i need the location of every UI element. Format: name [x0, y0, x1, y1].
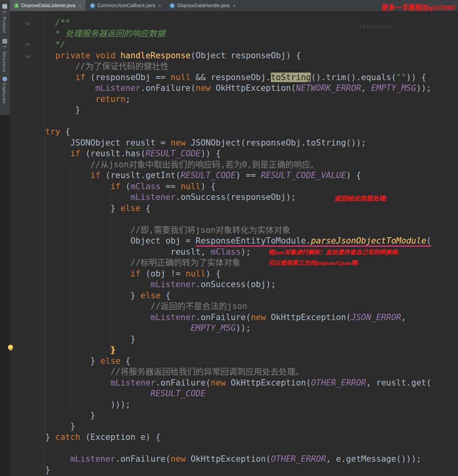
- close-icon[interactable]: ×: [79, 3, 82, 9]
- code-lines: /** * 处理服务器返回的响应数据 */ private void handl…: [10, 17, 458, 476]
- java-class-icon: C: [170, 3, 175, 8]
- code-line: mListener.onFailure(new OkHttpException(…: [45, 378, 458, 389]
- code-line: }: [45, 465, 458, 476]
- tab-label: CommonJsonCallback.java: [98, 3, 155, 8]
- code-line: if (obj != null) {: [45, 269, 458, 280]
- structure-icon: [2, 39, 7, 44]
- captures-icon: [2, 77, 7, 81]
- code-line: //为了保证代码的健壮性: [45, 61, 458, 72]
- code-line: } else {: [45, 356, 458, 367]
- code-line: [45, 116, 458, 127]
- code-line: mListener.onFailure(new OkHttpException(…: [45, 312, 458, 323]
- code-line: [45, 214, 458, 225]
- tab-label: DisposeDataListener.java: [21, 3, 75, 8]
- intention-bulb-icon[interactable]: [8, 345, 13, 350]
- code-line: mListener.onSuccess(obj);: [45, 279, 458, 290]
- sidebar-item-label: 7: Structure: [2, 45, 7, 73]
- tab-commonjsoncallback[interactable]: C CommonJsonCallback.java ×: [86, 0, 166, 11]
- code-line: }: [45, 334, 458, 345]
- code-line: //返回的不是合法的json: [45, 301, 458, 312]
- tool-stripe-lower: [0, 115, 10, 476]
- code-line: * 处理服务器返回的响应数据: [45, 29, 458, 40]
- code-line: Object obj = ResponseEntityToModule.pars…: [45, 236, 458, 247]
- code-line: }: [45, 105, 458, 116]
- code-line: } catch (Exception e) {: [45, 432, 458, 443]
- code-line: if (mClass == null) {: [45, 181, 458, 192]
- code-line: //即,需要我们将json对象转化为实体对象: [45, 225, 458, 236]
- code-line: private void handleResponse(Object respo…: [45, 50, 458, 61]
- code-line: } else {: [45, 290, 458, 301]
- code-line: EMPTY_MSG));: [45, 323, 458, 334]
- code-line: /**: [45, 17, 458, 29]
- ide-window: 1: Project 7: Structure Captures I Dispo…: [0, 0, 458, 476]
- code-line: [45, 443, 458, 454]
- code-line: if (reuslt.getInt(RESULT_CODE) == RESULT…: [45, 170, 458, 181]
- code-line: //将服务器返回给我们的异常回调到应用处去处理。: [45, 367, 458, 378]
- project-icon: [2, 4, 7, 9]
- tab-label: DisposeDataHandle.java: [177, 3, 230, 8]
- left-tool-stripe: 1: Project 7: Structure Captures: [0, 0, 10, 476]
- java-interface-icon: I: [14, 3, 19, 8]
- code-line: if (responseObj == null && responseObj.t…: [45, 72, 458, 83]
- code-line: }: [45, 345, 458, 356]
- editor-tab-bar: I DisposeDataListener.java × C CommonJso…: [10, 0, 458, 12]
- code-line: RESULT_CODE: [45, 388, 458, 399]
- code-line: return;: [45, 94, 458, 105]
- code-line: }: [45, 410, 458, 421]
- code-line: if (reuslt.has(RESULT_CODE)) {: [45, 148, 458, 159]
- code-line: */: [45, 39, 458, 50]
- code-line: //标明正确的转为了实体对象: [45, 257, 458, 269]
- sidebar-item-label: Captures: [2, 83, 7, 104]
- code-line: }: [45, 421, 458, 432]
- code-line: try {: [45, 127, 458, 138]
- code-line: )));: [45, 399, 458, 411]
- close-icon[interactable]: ×: [158, 3, 161, 9]
- tab-disposedatalistener[interactable]: I DisposeDataListener.java ×: [10, 0, 86, 11]
- code-line: mListener.onFailure(new OkHttpException(…: [45, 83, 458, 94]
- sidebar-item-label: 1: Project: [2, 11, 7, 33]
- java-class-icon: C: [90, 3, 95, 8]
- code-line: } else {: [45, 203, 458, 214]
- code-line: reuslt, mClass);: [45, 247, 458, 258]
- code-line: mListener.onSuccess(responseObj);: [45, 192, 458, 203]
- close-icon[interactable]: ×: [233, 3, 236, 9]
- tab-disposedatahandle[interactable]: C DisposeDataHandle.java ×: [166, 0, 240, 11]
- code-line: JSONObject reuslt = new JSONObject(respo…: [45, 138, 458, 149]
- code-line: //从json对象中取出我们的响应码,若为0,则是正确的响应。: [45, 159, 458, 171]
- code-line: mListener.onFailure(new OkHttpException(…: [45, 454, 458, 465]
- code-editor[interactable]: /** * 处理服务器返回的响应数据 */ private void handl…: [10, 11, 458, 476]
